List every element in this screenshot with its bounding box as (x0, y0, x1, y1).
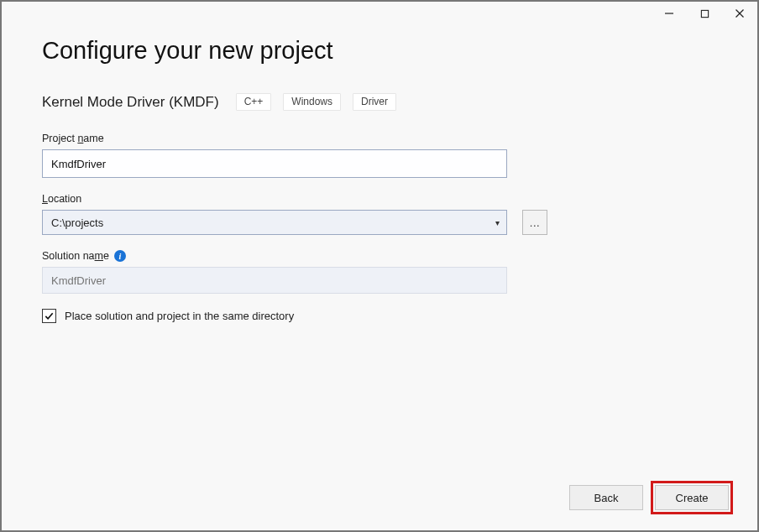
template-row: Kernel Mode Driver (KMDF) C++ Windows Dr… (42, 93, 717, 111)
svg-rect-1 (701, 10, 708, 17)
project-name-input[interactable] (42, 149, 507, 178)
location-value: C:\projects (51, 216, 103, 229)
minimize-button[interactable] (663, 8, 675, 19)
dialog-footer: Back Create (569, 485, 729, 510)
chevron-down-icon: ▾ (495, 218, 500, 227)
project-name-label: Project name (42, 133, 717, 144)
template-tag: Windows (283, 93, 341, 111)
create-button[interactable]: Create (655, 485, 729, 510)
window-controls (663, 2, 757, 25)
browse-button[interactable]: ... (522, 210, 547, 235)
template-tag: C++ (236, 93, 272, 111)
solution-name-input (42, 267, 507, 294)
info-icon[interactable]: i (114, 250, 126, 262)
solution-name-label: Solution name (42, 250, 109, 262)
close-button[interactable] (734, 8, 746, 19)
maximize-button[interactable] (699, 8, 710, 19)
page-title: Configure your new project (42, 37, 717, 65)
location-combo[interactable]: C:\projects ▾ (42, 210, 507, 235)
location-label: Location (42, 193, 717, 205)
same-directory-checkbox[interactable] (42, 309, 56, 323)
template-tag: Driver (353, 93, 396, 111)
configure-project-dialog: Configure your new project Kernel Mode D… (2, 2, 757, 530)
same-directory-label: Place solution and project in the same d… (65, 310, 294, 322)
template-name: Kernel Mode Driver (KMDF) (42, 94, 219, 111)
back-button[interactable]: Back (569, 485, 643, 510)
